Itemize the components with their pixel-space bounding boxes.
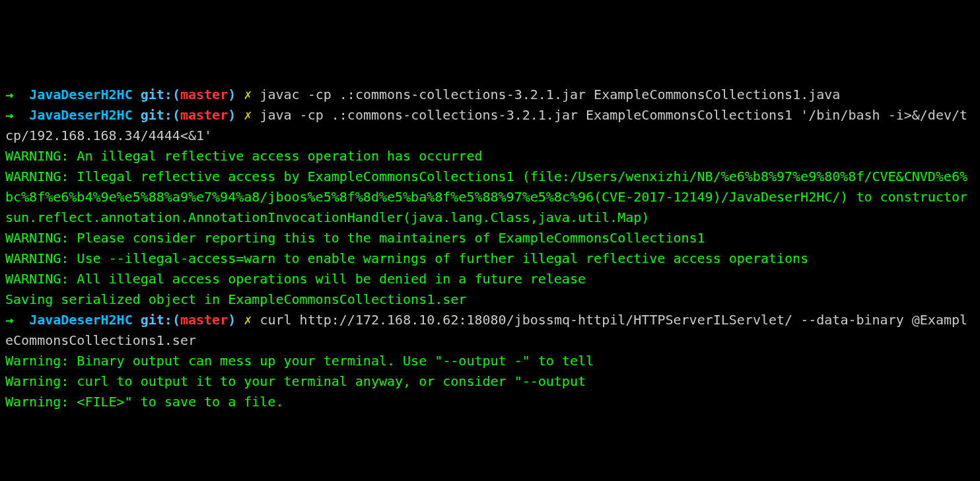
output-warning-2: WARNING: Illegal reflective access by Ex… <box>5 166 975 228</box>
git-close: ) <box>228 312 236 328</box>
curl-warning-2: Warning: curl to output it to your termi… <box>5 371 975 392</box>
output-saving: Saving serialized object in ExampleCommo… <box>5 289 975 310</box>
arrow-icon: → <box>5 312 13 328</box>
dirty-icon: ✗ <box>244 107 252 123</box>
curl-warning-3: Warning: <FILE>" to save to a file. <box>5 392 975 412</box>
dirty-icon: ✗ <box>244 312 252 328</box>
output-warning-5: WARNING: All illegal access operations w… <box>5 269 975 289</box>
prompt-line-2: → JavaDeserH2HC git:(master) ✗ java -cp … <box>5 105 975 146</box>
git-close: ) <box>228 107 236 123</box>
arrow-icon: → <box>5 107 13 123</box>
git-branch: master <box>180 312 228 328</box>
arrow-icon: → <box>5 87 13 102</box>
curl-warning-1: Warning: Binary output can mess up your … <box>5 351 975 371</box>
output-warning-4: WARNING: Use --illegal-access=warn to en… <box>5 248 975 269</box>
command-1: javac -cp .:commons-collections-3.2.1.ja… <box>260 87 840 102</box>
git-branch: master <box>180 87 228 102</box>
output-warning-3: WARNING: Please consider reporting this … <box>5 228 975 248</box>
git-close: ) <box>228 87 236 102</box>
prompt-line-3: → JavaDeserH2HC git:(master) ✗ curl http… <box>5 310 975 351</box>
directory-name: JavaDeserH2HC <box>29 312 133 328</box>
prompt-line-1: → JavaDeserH2HC git:(master) ✗ javac -cp… <box>5 85 975 105</box>
git-label: git:( <box>141 107 180 123</box>
directory-name: JavaDeserH2HC <box>29 87 133 102</box>
git-label: git:( <box>141 312 180 328</box>
directory-name: JavaDeserH2HC <box>29 107 133 123</box>
git-label: git:( <box>141 87 180 102</box>
output-warning-1: WARNING: An illegal reflective access op… <box>5 146 975 166</box>
terminal[interactable]: → JavaDeserH2HC git:(master) ✗ javac -cp… <box>5 85 975 412</box>
git-branch: master <box>180 107 228 123</box>
dirty-icon: ✗ <box>244 87 252 102</box>
